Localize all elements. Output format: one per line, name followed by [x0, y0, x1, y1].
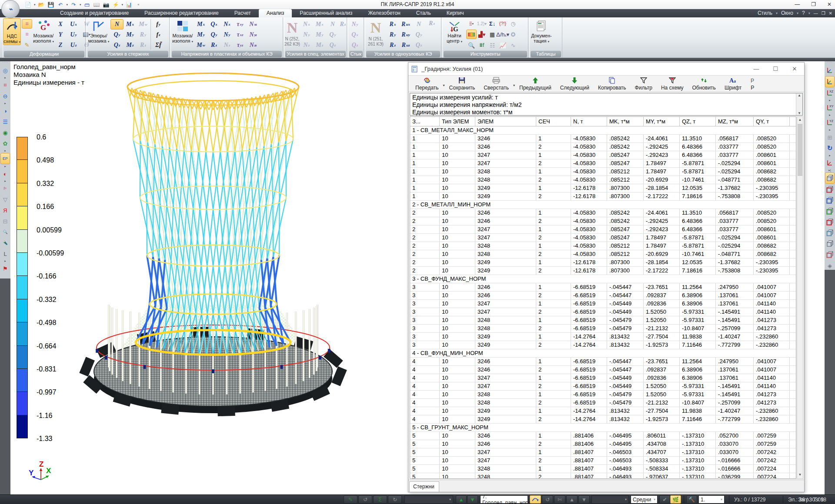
right-tool-view-yz[interactable]: YZ	[825, 117, 835, 128]
right-tool-cube-top[interactable]	[825, 184, 835, 195]
left-tool-0[interactable]: ◎	[0, 65, 10, 76]
ribbon-btn-N[interactable]: N	[326, 19, 339, 30]
color-scale-tool[interactable]	[466, 30, 477, 39]
ribbon-btn-Nz[interactable]: Nz	[300, 40, 313, 50]
section-header-1[interactable]: 2 - СВ_МЕТАЛЛ_МИН_НОРМ	[410, 201, 796, 209]
table-tool-1[interactable]: Сохранить	[445, 76, 480, 92]
table-row[interactable]: 21032472-4.05830.0852471.78497-5.87871-.…	[410, 234, 796, 242]
left-tool-7[interactable]: ◉	[0, 127, 10, 138]
table-row[interactable]: 31032491-14.2764.813432-27.750411.9838-1…	[410, 333, 796, 341]
right-tool-axes-rotate[interactable]	[825, 76, 835, 87]
table-tool-4[interactable]: Следующий	[556, 76, 594, 92]
table-row[interactable]: 11032481-4.05830.0852121.78497-5.87871-.…	[410, 168, 796, 176]
gray-1-button[interactable]: ↺	[542, 495, 553, 504]
ribbon-btn-Mw[interactable]: Mw	[137, 19, 150, 30]
ribbon-btn-f[interactable]: Σf̄	[152, 40, 165, 50]
delta-h-tool[interactable]: Δ/hs▾	[498, 30, 508, 39]
ribbon-btn-Qz[interactable]: Qz	[110, 40, 124, 50]
empty-combo-a[interactable]: ▾	[404, 495, 453, 504]
ribbon-btn-Rz[interactable]: Rz	[207, 40, 220, 50]
table-row[interactable]: 31032482-6.68519-.045479-21.2132-10.8407…	[410, 325, 796, 333]
shower-tool[interactable]: ☷	[487, 40, 498, 50]
left-tool-8[interactable]: ✿	[0, 138, 10, 149]
table-row[interactable]: 31032471-6.68519-.045449.0928366.38906.1…	[410, 300, 796, 308]
tab-7[interactable]: Кирпич	[439, 9, 472, 17]
tab-sterzhni[interactable]: Стержни	[409, 481, 439, 492]
ribbon-btn-Ny[interactable]: Nya	[247, 30, 260, 40]
ribbon-btn-Z[interactable]: Z	[54, 40, 67, 50]
find-center-button[interactable]: GНайтицентр ▾	[443, 18, 466, 44]
column-header-3[interactable]: СЕЧ	[536, 117, 571, 126]
edit-mode-button[interactable]: ✎	[344, 495, 357, 504]
right-tool-iso-view[interactable]	[825, 172, 835, 184]
table-row[interactable]: 31032461-6.68519-.045447-23.765111.2564.…	[410, 283, 796, 292]
ribbon-btn-Rz[interactable]: Rz	[339, 19, 347, 30]
table-scrollbar[interactable]: ▲ ▼	[797, 116, 803, 479]
table-row[interactable]: 11032461-4.05830.085242-24.406111.3510.0…	[410, 135, 796, 143]
frame-toggle-1[interactable]: ⌗	[22, 19, 32, 29]
ribbon-btn-Ry[interactable]: Ry	[137, 30, 150, 40]
right-tool-cube-gray[interactable]: ◈	[825, 260, 835, 271]
sum-status-button[interactable]: Σ	[373, 495, 387, 504]
right-tool-cube-bottom[interactable]	[825, 249, 835, 260]
ribbon-btn-Nx[interactable]: Nx	[300, 19, 313, 30]
ribbon-btn-τyz[interactable]: τyz	[234, 40, 247, 50]
flag-cursor-tool[interactable]: ⣿▾	[466, 19, 477, 28]
ribbon-btn-Nz[interactable]: Nza	[247, 40, 260, 50]
table-tool-6[interactable]: Фильтр	[631, 76, 657, 92]
left-tool-10[interactable]: ЕР	[0, 153, 10, 164]
table-row[interactable]: 41032472-6.68519-.0454491.52050-5.97331-…	[410, 382, 796, 391]
table-tool-5[interactable]: Копировать	[594, 76, 631, 92]
ribbon-btn-Rux[interactable]: Rux	[399, 19, 412, 30]
decimal-tool[interactable]: 1.2)▾	[477, 19, 487, 28]
ribbon-btn-Qz[interactable]: Qz	[326, 40, 339, 50]
ribbon-btn-Qz[interactable]: Qz	[412, 40, 425, 50]
left-tool-14[interactable]: 🏳	[0, 183, 10, 194]
column-header-8[interactable]: MZ, т*м	[716, 117, 754, 126]
table-row[interactable]: 51032472.881407-.046503-.508333-.137310-…	[410, 457, 796, 465]
left-tool-9[interactable]: ▸	[0, 149, 10, 153]
column-header-0[interactable]: З...	[410, 117, 440, 126]
left-tool-17[interactable]: ⊟	[0, 216, 10, 226]
net-f-tool[interactable]: ⩩f	[477, 40, 487, 50]
curves-tool[interactable]: 📈	[498, 40, 508, 50]
ribbon-btn-Qz[interactable]: Qz	[348, 40, 361, 50]
table-row[interactable]: 11032482-4.05830.085212-20.6929-10.7461-…	[410, 176, 796, 184]
table-row[interactable]: 21032482-4.05830.085212-20.6929-10.7461-…	[410, 250, 796, 259]
ribbon-btn-Qx[interactable]: Qx	[348, 30, 361, 40]
ribbon-btn-N[interactable]: N	[110, 19, 124, 30]
column-header-6[interactable]: MY, т*м	[644, 117, 680, 126]
ribbon-btn-Qx[interactable]: Qx	[207, 19, 220, 30]
ribbon-btn-Mx[interactable]: Mx	[313, 19, 326, 30]
curve2-tool[interactable]: ∿	[508, 40, 518, 50]
ribbon-btn-Qy[interactable]: Qy	[412, 30, 425, 40]
ribbon-btn-Qy[interactable]: Qy	[207, 30, 220, 40]
table-row[interactable]: 31032462-6.68519-.045447.0928376.38906.1…	[410, 292, 796, 300]
table-row[interactable]: 41032462-6.68519-.045447.0928376.38906.1…	[410, 366, 796, 374]
ribbon-btn-Mz[interactable]: Mz	[124, 40, 137, 50]
left-tool-16[interactable]: Я	[0, 205, 10, 216]
spec-elements-n-button[interactable]: NN (252,262 КЭ)	[284, 18, 300, 47]
table-row[interactable]: 21032481-4.05830.0852121.78497-5.87871-.…	[410, 242, 796, 250]
ribbon-btn-Rx[interactable]: Rx	[386, 19, 399, 30]
table-row[interactable]: 31032481-6.68519-.0454791.52050-5.97331-…	[410, 316, 796, 325]
ribbon-btn-Rz[interactable]: Rz	[386, 40, 399, 50]
left-tool-20[interactable]: L	[0, 249, 10, 259]
scroll-up-arrow[interactable]: ▲	[797, 117, 803, 123]
table-tool-2[interactable]: Сверстать	[479, 76, 513, 92]
left-tool-2[interactable]: ⌗	[0, 80, 10, 90]
table-row[interactable]: 41032492-14.2764.813432-1.925737.11646-.…	[410, 415, 796, 424]
table-row[interactable]: 31032492-14.2764.813432-1.925737.11646-.…	[410, 341, 796, 349]
table-row[interactable]: 51032461.881406-.046495.806011-.137310.0…	[410, 432, 796, 440]
column-header-5[interactable]: MK, т*м	[607, 117, 644, 126]
section-header-0[interactable]: 1 - СВ_МЕТАЛЛ_МАКС_НОРМ	[410, 126, 796, 135]
mosaic-isofields-button[interactable]: GМозаика/изополя ▾	[33, 18, 54, 44]
table-row[interactable]: 41032482-6.68519-.045479-21.2132-10.8407…	[410, 399, 796, 407]
table-row[interactable]: 21032462-4.05830.085242-.2924256.48366.0…	[410, 217, 796, 225]
gray-2-button[interactable]: ✄	[554, 495, 565, 504]
ribbon-btn-Mx[interactable]: Mx	[194, 19, 207, 30]
menu-winbtn-0[interactable]: —	[814, 11, 818, 16]
close-button[interactable]: ✕	[827, 1, 832, 7]
results-table-window[interactable]: _Градирня: Усилия (01) — ☐ ✕ Передать▾Со…	[408, 62, 805, 492]
ruler-pencil-icon[interactable]: ✎	[22, 40, 32, 50]
